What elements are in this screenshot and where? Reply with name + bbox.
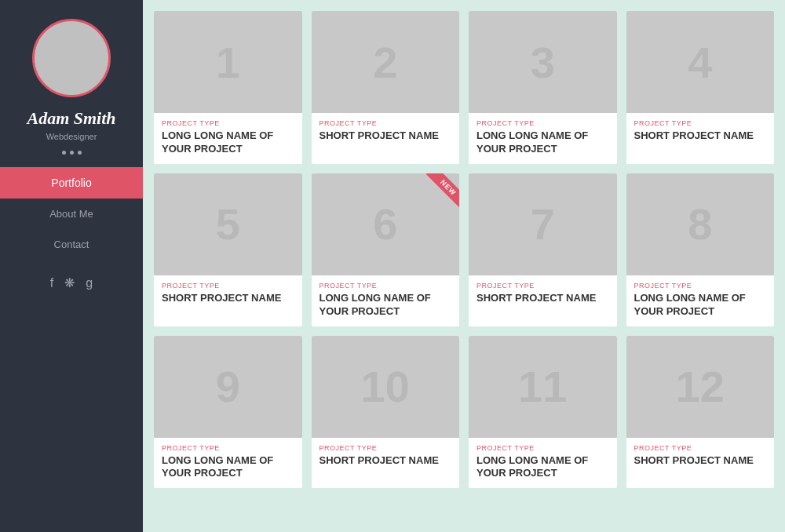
- new-ribbon-wrapper: NEW: [412, 173, 459, 220]
- card-number-10: 10: [361, 361, 410, 412]
- social-dribbble-icon[interactable]: ❋: [64, 275, 75, 290]
- card-image-3: 3: [469, 11, 617, 113]
- card-type-6: PROJECT TYPE: [319, 282, 452, 290]
- card-image-8: 8: [626, 173, 775, 275]
- card-body-3: PROJECT TYPE LONG LONG NAME OF YOUR PROJ…: [469, 113, 617, 164]
- nav-item-contact[interactable]: Contact: [0, 229, 143, 260]
- avatar: [32, 19, 111, 97]
- card-image-5: 5: [154, 173, 302, 275]
- dot-3: [78, 151, 82, 155]
- card-type-5: PROJECT TYPE: [162, 282, 294, 290]
- project-card-10[interactable]: 10 PROJECT TYPE SHORT PROJECT NAME: [312, 336, 460, 489]
- card-body-5: PROJECT TYPE SHORT PROJECT NAME: [154, 275, 302, 313]
- card-name-9: LONG LONG NAME OF YOUR PROJECT: [162, 454, 294, 481]
- card-type-8: PROJECT TYPE: [634, 282, 767, 290]
- card-number-11: 11: [518, 361, 567, 412]
- project-card-7[interactable]: 7 PROJECT TYPE SHORT PROJECT NAME: [469, 173, 617, 326]
- card-number-9: 9: [216, 361, 240, 412]
- card-name-4: SHORT PROJECT NAME: [634, 129, 767, 143]
- card-number-2: 2: [373, 37, 397, 88]
- card-image-9: 9: [154, 336, 302, 438]
- card-body-10: PROJECT TYPE SHORT PROJECT NAME: [312, 438, 460, 476]
- project-card-5[interactable]: 5 PROJECT TYPE SHORT PROJECT NAME: [154, 173, 302, 326]
- dot-2: [70, 151, 74, 155]
- card-type-11: PROJECT TYPE: [476, 444, 609, 452]
- profile-dots: [62, 151, 82, 155]
- new-ribbon: NEW: [426, 173, 459, 210]
- card-number-6: 6: [373, 199, 397, 250]
- card-image-12: 12: [626, 336, 775, 438]
- project-card-4[interactable]: 4 PROJECT TYPE SHORT PROJECT NAME: [626, 11, 775, 164]
- card-name-7: SHORT PROJECT NAME: [476, 292, 609, 305]
- project-card-9[interactable]: 9 PROJECT TYPE LONG LONG NAME OF YOUR PR…: [154, 336, 302, 489]
- card-image-1: 1: [154, 11, 302, 113]
- card-type-10: PROJECT TYPE: [319, 444, 452, 452]
- social-facebook-icon[interactable]: f: [50, 276, 53, 290]
- card-number-12: 12: [676, 361, 725, 412]
- card-image-10: 10: [312, 336, 460, 438]
- sidebar: Adam Smith Webdesigner Portfolio About M…: [0, 0, 143, 532]
- avatar-image: [35, 21, 108, 95]
- project-card-8[interactable]: 8 PROJECT TYPE LONG LONG NAME OF YOUR PR…: [626, 173, 775, 326]
- card-type-9: PROJECT TYPE: [162, 444, 294, 452]
- card-body-9: PROJECT TYPE LONG LONG NAME OF YOUR PROJ…: [154, 438, 302, 489]
- card-name-3: LONG LONG NAME OF YOUR PROJECT: [476, 129, 609, 156]
- card-number-3: 3: [531, 37, 555, 88]
- card-name-8: LONG LONG NAME OF YOUR PROJECT: [634, 292, 767, 319]
- card-name-1: LONG LONG NAME OF YOUR PROJECT: [162, 129, 294, 156]
- card-number-8: 8: [688, 199, 712, 250]
- nav-item-about[interactable]: About Me: [0, 199, 143, 229]
- card-body-1: PROJECT TYPE LONG LONG NAME OF YOUR PROJ…: [154, 113, 302, 164]
- dot-1: [62, 151, 66, 155]
- card-number-5: 5: [216, 199, 240, 250]
- card-body-4: PROJECT TYPE SHORT PROJECT NAME: [626, 113, 775, 151]
- card-body-7: PROJECT TYPE SHORT PROJECT NAME: [469, 275, 617, 313]
- card-number-7: 7: [531, 199, 555, 250]
- profile-name: Adam Smith: [27, 108, 115, 129]
- card-body-2: PROJECT TYPE SHORT PROJECT NAME: [312, 113, 460, 151]
- card-image-4: 4: [626, 11, 775, 113]
- card-body-8: PROJECT TYPE LONG LONG NAME OF YOUR PROJ…: [626, 275, 775, 326]
- card-type-1: PROJECT TYPE: [162, 119, 294, 127]
- card-type-2: PROJECT TYPE: [319, 119, 452, 127]
- card-type-7: PROJECT TYPE: [476, 282, 609, 290]
- card-image-6: 6 NEW: [312, 173, 460, 275]
- card-image-7: 7: [469, 173, 617, 275]
- social-links: f ❋ g: [50, 275, 93, 290]
- project-card-1[interactable]: 1 PROJECT TYPE LONG LONG NAME OF YOUR PR…: [154, 11, 302, 164]
- project-card-3[interactable]: 3 PROJECT TYPE LONG LONG NAME OF YOUR PR…: [469, 11, 617, 164]
- card-name-12: SHORT PROJECT NAME: [634, 454, 767, 468]
- card-name-6: LONG LONG NAME OF YOUR PROJECT: [319, 292, 452, 319]
- main-content: 1 PROJECT TYPE LONG LONG NAME OF YOUR PR…: [143, 0, 785, 532]
- card-type-3: PROJECT TYPE: [476, 119, 609, 127]
- nav-item-portfolio[interactable]: Portfolio: [0, 167, 143, 199]
- card-name-5: SHORT PROJECT NAME: [162, 292, 294, 305]
- card-name-10: SHORT PROJECT NAME: [319, 454, 452, 468]
- social-google-icon[interactable]: g: [86, 276, 93, 290]
- card-name-2: SHORT PROJECT NAME: [319, 129, 452, 143]
- card-body-12: PROJECT TYPE SHORT PROJECT NAME: [626, 438, 775, 476]
- card-number-4: 4: [688, 37, 712, 88]
- project-card-11[interactable]: 11 PROJECT TYPE LONG LONG NAME OF YOUR P…: [469, 336, 617, 489]
- profile-title: Webdesigner: [46, 132, 97, 141]
- project-card-2[interactable]: 2 PROJECT TYPE SHORT PROJECT NAME: [312, 11, 460, 164]
- card-name-11: LONG LONG NAME OF YOUR PROJECT: [476, 454, 609, 481]
- card-type-12: PROJECT TYPE: [634, 444, 767, 452]
- card-body-11: PROJECT TYPE LONG LONG NAME OF YOUR PROJ…: [469, 438, 617, 489]
- card-body-6: PROJECT TYPE LONG LONG NAME OF YOUR PROJ…: [312, 275, 460, 326]
- project-card-6[interactable]: 6 NEW PROJECT TYPE LONG LONG NAME OF YOU…: [312, 173, 460, 326]
- card-type-4: PROJECT TYPE: [634, 119, 767, 127]
- portfolio-grid: 1 PROJECT TYPE LONG LONG NAME OF YOUR PR…: [154, 11, 774, 488]
- project-card-12[interactable]: 12 PROJECT TYPE SHORT PROJECT NAME: [626, 336, 775, 489]
- card-image-2: 2: [312, 11, 460, 113]
- card-image-11: 11: [469, 336, 617, 438]
- card-number-1: 1: [216, 37, 240, 88]
